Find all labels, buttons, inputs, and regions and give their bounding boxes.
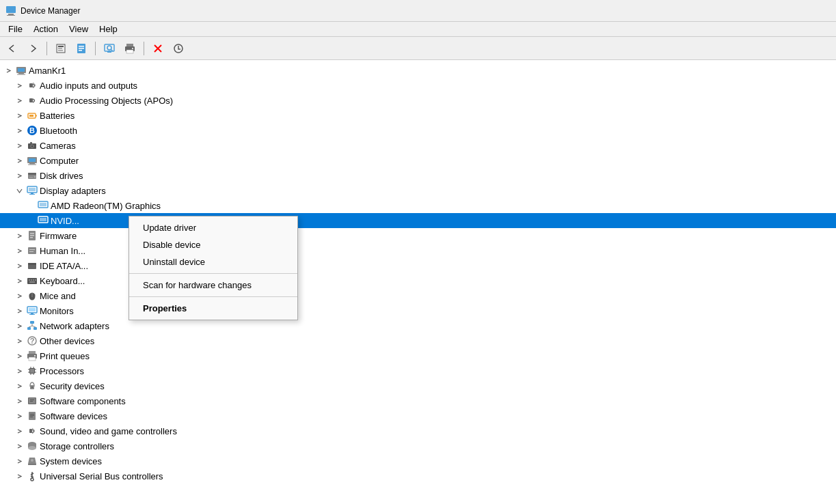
expander-firmware[interactable] [14, 230, 25, 241]
show-hidden-button[interactable] [51, 40, 70, 57]
tree-item-nvidia[interactable]: NVID... [0, 213, 836, 228]
tree-item-system[interactable]: System devices [0, 453, 836, 468]
display-label: Display adapters [40, 186, 106, 196]
expander-print[interactable] [14, 350, 25, 361]
icon-firmware [27, 230, 38, 241]
tree-item-cameras[interactable]: Cameras [0, 138, 836, 153]
svg-rect-24 [18, 73, 24, 74]
update-button[interactable] [169, 40, 188, 57]
tree-item-display[interactable]: Display adapters [0, 183, 836, 198]
expander-usb[interactable] [14, 471, 25, 481]
expander-keyboard[interactable] [14, 275, 25, 286]
expander-network[interactable] [14, 320, 25, 331]
icon-swdev [27, 410, 38, 421]
tree-item-mice[interactable]: Mice and [0, 288, 836, 303]
properties-button[interactable] [72, 40, 91, 57]
context-menu-properties[interactable]: Properties [129, 300, 297, 317]
expander-audio[interactable] [14, 80, 25, 91]
context-menu-disable-device[interactable]: Disable device [129, 236, 297, 253]
expander-cameras[interactable] [14, 140, 25, 151]
context-menu: Update driver Disable device Uninstall d… [129, 216, 298, 320]
svg-rect-5 [58, 48, 62, 49]
svg-rect-38 [29, 158, 36, 162]
print-button[interactable] [120, 40, 139, 57]
svg-rect-25 [17, 74, 25, 75]
expander-other[interactable] [14, 335, 25, 346]
tree-item-batteries[interactable]: Batteries [0, 108, 836, 123]
expander-system[interactable] [14, 456, 25, 466]
expander-batteries[interactable] [14, 110, 25, 121]
disk-label: Disk drives [40, 171, 83, 181]
tree-item-apo[interactable]: Audio Processing Objects (APOs) [0, 93, 836, 108]
tree-item-monitors[interactable]: Monitors [0, 303, 836, 318]
tree-item-disk[interactable]: Disk drives [0, 168, 836, 183]
icon-swcomp [27, 395, 38, 406]
tree-item-swdev[interactable]: Software devices [0, 408, 836, 423]
svg-line-114 [31, 476, 33, 477]
scan-button[interactable] [100, 40, 119, 57]
security-label: Security devices [40, 381, 105, 391]
svg-rect-40 [28, 165, 36, 165]
context-menu-scan[interactable]: Scan for hardware changes [129, 277, 297, 294]
tree-item-print[interactable]: Print queues [0, 348, 836, 363]
toolbar-separator-3 [144, 42, 144, 55]
tree-item-firmware[interactable]: Firmware [0, 228, 836, 243]
tree-item-bluetooth[interactable]: B Bluetooth [0, 123, 836, 138]
expander-mice[interactable] [14, 290, 25, 301]
tree-item-root[interactable]: AmanKr1 [0, 63, 836, 78]
expander-bluetooth[interactable] [14, 125, 25, 136]
menu-view[interactable]: View [64, 23, 94, 36]
expander-apo[interactable] [14, 95, 25, 106]
svg-point-109 [28, 446, 36, 450]
tree-item-ide[interactable]: IDE ATA/A... [0, 258, 836, 273]
expander-swdev[interactable] [14, 410, 25, 421]
tree-item-computer[interactable]: Computer [0, 153, 836, 168]
expander-human[interactable] [14, 245, 25, 256]
icon-audio [27, 80, 38, 91]
svg-rect-106 [29, 429, 32, 433]
icon-storage [27, 440, 38, 451]
expander-disk[interactable] [14, 170, 25, 181]
expander-display[interactable] [14, 185, 25, 196]
tree-item-usb[interactable]: Universal Serial Bus controllers [0, 468, 836, 484]
tree-item-amd[interactable]: AMD Radeon(TM) Graphics [0, 198, 836, 213]
tree-item-other[interactable]: ? Other devices [0, 333, 836, 348]
expander-storage[interactable] [14, 440, 25, 451]
context-menu-update-driver[interactable]: Update driver [129, 219, 297, 236]
tree-item-human[interactable]: Human In... [0, 243, 836, 258]
tree-item-swcomp[interactable]: Software components [0, 393, 836, 408]
icon-usb [27, 471, 38, 481]
tree-item-audio[interactable]: Audio inputs and outputs [0, 78, 836, 93]
icon-network [27, 320, 38, 331]
tree-item-storage[interactable]: Storage controllers [0, 438, 836, 453]
svg-text:?: ? [30, 337, 35, 345]
svg-rect-2 [7, 15, 15, 16]
svg-rect-39 [29, 163, 35, 165]
expander-proc[interactable] [14, 365, 25, 376]
icon-nvidia [38, 215, 49, 226]
expander-ide[interactable] [14, 260, 25, 271]
toolbar-separator-2 [95, 42, 96, 55]
svg-rect-56 [30, 237, 33, 238]
uninstall-button[interactable] [148, 40, 167, 57]
tree-item-sound[interactable]: Sound, video and game controllers [0, 423, 836, 438]
expander-sound[interactable] [14, 425, 25, 436]
tree-item-security[interactable]: Security devices [0, 378, 836, 393]
menu-action[interactable]: Action [28, 23, 64, 36]
svg-rect-10 [79, 50, 82, 51]
expander-security[interactable] [14, 380, 25, 391]
expander-computer[interactable] [14, 155, 25, 166]
menu-file[interactable]: File [3, 23, 28, 36]
back-button[interactable] [3, 40, 22, 57]
tree-item-keyboard[interactable]: Keyboard... [0, 273, 836, 288]
expander-swcomp[interactable] [14, 395, 25, 406]
context-menu-uninstall-device[interactable]: Uninstall device [129, 253, 297, 270]
expander-root[interactable] [3, 65, 14, 76]
svg-rect-54 [30, 233, 34, 234]
tree-item-proc[interactable]: Processors [0, 363, 836, 378]
menu-help[interactable]: Help [94, 23, 123, 36]
expander-monitors[interactable] [14, 305, 25, 316]
svg-rect-66 [35, 279, 36, 281]
forward-button[interactable] [23, 40, 42, 57]
tree-item-network[interactable]: Network adapters [0, 318, 836, 333]
